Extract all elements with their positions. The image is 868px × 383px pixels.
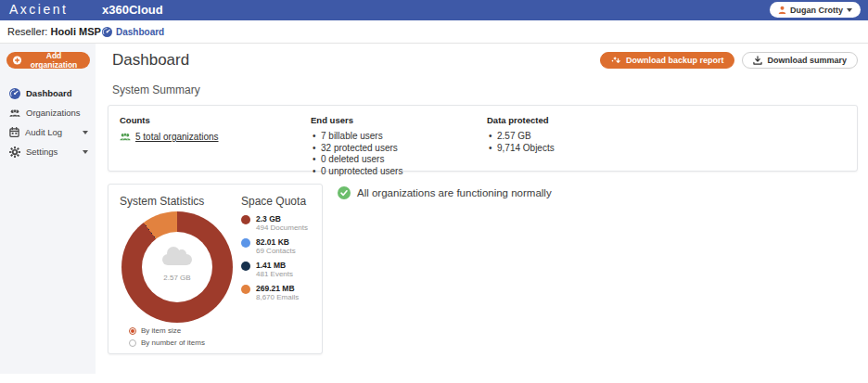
sidebar-item-settings[interactable]: Settings	[0, 142, 96, 161]
list-item: 0 deleted users	[311, 154, 487, 166]
counts-header: Counts	[120, 115, 311, 125]
dashboard-icon	[102, 27, 112, 37]
cloud-icon	[162, 254, 192, 265]
axcient-logo: Axcient	[9, 2, 68, 17]
add-organization-button[interactable]: Add organization	[6, 52, 90, 69]
legend-count: 69 Contacts	[256, 247, 296, 255]
status-message-row: All organizations are functioning normal…	[338, 186, 552, 199]
list-item: 0 unprotected users	[311, 166, 487, 178]
radio-label: By number of items	[141, 338, 205, 347]
legend-dot-documents	[241, 215, 250, 224]
main-content: Dashboard Download backup report Downloa…	[96, 44, 868, 383]
list-item: 2.57 GB	[487, 131, 555, 143]
page-title: Dashboard	[112, 51, 189, 70]
end-users-list: 7 billable users 32 protected users 0 de…	[311, 131, 487, 177]
legend-dot-contacts	[241, 238, 250, 248]
download-summary-label: Download summary	[767, 56, 847, 65]
sparkle-download-icon	[611, 56, 621, 65]
data-protected-list: 2.57 GB 9,714 Objects	[487, 131, 555, 154]
breadcrumb-label: Dashboard	[116, 27, 164, 37]
legend-count: 494 Documents	[256, 223, 308, 232]
sub-header: Reseller: Hooli MSP Dashboard	[0, 20, 868, 44]
list-item: 9,714 Objects	[487, 143, 555, 155]
sidebar-item-label: Settings	[26, 147, 77, 157]
app-window: Axcient x360Cloud Dugan Crotty Reseller:…	[0, 0, 868, 383]
chevron-down-icon[interactable]	[83, 150, 88, 154]
legend-dot-emails	[241, 285, 250, 294]
breadcrumb[interactable]: Dashboard	[102, 27, 164, 37]
sidebar-item-organizations[interactable]: Organizations	[0, 103, 96, 122]
legend-item-contacts: 82.01 KB69 Contacts	[241, 237, 308, 255]
status-message: All organizations are functioning normal…	[357, 187, 552, 198]
end-users-header: End users	[311, 115, 487, 125]
download-icon	[753, 56, 762, 65]
legend-item-emails: 269.21 MB8,670 Emails	[241, 284, 308, 301]
donut-chart[interactable]: 2.57 GB	[121, 211, 233, 323]
plus-circle-icon	[13, 56, 21, 65]
data-protected-header: Data protected	[487, 115, 555, 125]
reseller-label: Reseller: Hooli MSP	[7, 26, 101, 37]
download-backup-report-button[interactable]: Download backup report	[600, 52, 735, 69]
chevron-down-icon[interactable]	[83, 131, 88, 134]
chevron-down-icon	[847, 8, 852, 12]
donut-center: 2.57 GB	[142, 232, 212, 302]
donut-total-label: 2.57 GB	[163, 274, 190, 282]
reseller-prefix: Reseller:	[7, 26, 47, 37]
sidebar-item-label: Organizations	[26, 108, 88, 118]
sidebar-item-dashboard[interactable]: Dashboard	[0, 83, 96, 103]
legend-count: 8,670 Emails	[256, 293, 299, 301]
chart-mode-radio-group: By item size By number of items	[129, 326, 205, 351]
legend-dot-events	[241, 262, 250, 271]
system-summary-heading: System Summary	[112, 83, 858, 96]
space-quota-legend: 2.3 GB494 Documents 82.01 KB69 Contacts …	[241, 214, 308, 307]
top-bar: Axcient x360Cloud Dugan Crotty	[0, 0, 868, 20]
radio-label: By item size	[141, 326, 181, 335]
check-circle-icon	[338, 186, 351, 199]
system-statistics-panel: System Statistics Space Quota 2.57 GB 2.…	[108, 184, 323, 354]
gear-icon	[9, 147, 20, 158]
list-item: 7 billable users	[311, 131, 487, 143]
download-backup-report-label: Download backup report	[626, 56, 724, 65]
user-name: Dugan Crotty	[790, 6, 843, 15]
legend-size: 1.41 MB	[256, 261, 293, 270]
dashboard-icon	[9, 88, 20, 99]
sidebar-item-label: Dashboard	[26, 88, 88, 98]
sidebar-item-label: Audit Log	[25, 127, 77, 137]
legend-size: 2.3 GB	[256, 214, 308, 223]
sidebar-item-audit-log[interactable]: Audit Log	[0, 122, 96, 142]
end-users-column: End users 7 billable users 32 protected …	[311, 115, 487, 161]
legend-count: 481 Events	[256, 270, 293, 278]
radio-button[interactable]	[129, 327, 136, 335]
product-name: x360Cloud	[102, 3, 163, 17]
sidebar-nav: Dashboard Organizations Audit Log Settin…	[0, 83, 96, 161]
data-protected-column: Data protected 2.57 GB 9,714 Objects	[487, 115, 555, 161]
legend-size: 82.01 KB	[256, 237, 296, 247]
organizations-icon	[120, 133, 131, 141]
space-quota-heading: Space Quota	[241, 195, 306, 208]
reseller-name: Hooli MSP	[50, 26, 100, 37]
sidebar: Add organization Dashboard Organizations…	[0, 44, 96, 374]
counts-column: Counts 5 total organizations	[120, 115, 311, 161]
radio-button[interactable]	[129, 339, 136, 347]
radio-by-number-of-items[interactable]: By number of items	[129, 338, 205, 347]
system-statistics-heading: System Statistics	[120, 195, 204, 208]
system-summary-panel: Counts 5 total organizations End users 7…	[108, 105, 858, 172]
legend-size: 269.21 MB	[256, 284, 299, 293]
organizations-icon	[9, 109, 20, 118]
legend-item-documents: 2.3 GB494 Documents	[241, 214, 308, 232]
add-organization-label: Add organization	[25, 51, 83, 70]
download-summary-button[interactable]: Download summary	[742, 52, 858, 69]
user-menu-button[interactable]: Dugan Crotty	[770, 2, 861, 18]
calendar-icon	[9, 127, 19, 137]
total-organizations-link[interactable]: 5 total organizations	[135, 132, 219, 142]
legend-item-events: 1.41 MB481 Events	[241, 261, 308, 278]
user-icon	[778, 6, 786, 14]
radio-by-item-size[interactable]: By item size	[129, 326, 205, 335]
list-item: 32 protected users	[311, 143, 487, 155]
